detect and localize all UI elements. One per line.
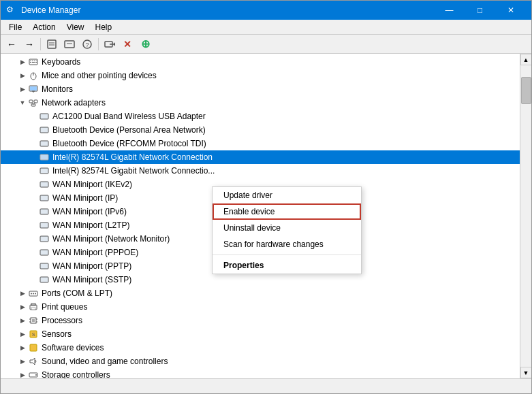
tree-processors[interactable]: ▶ Processors <box>1 314 520 327</box>
svg-rect-0 <box>48 40 56 48</box>
svg-rect-38 <box>40 236 48 242</box>
svg-rect-36 <box>40 209 48 214</box>
close-button[interactable]: ✕ <box>495 1 526 20</box>
status-bar <box>1 378 531 393</box>
svg-point-45 <box>35 293 36 295</box>
toolbar-add[interactable]: ⊕ <box>137 37 153 52</box>
expand-processors[interactable]: ▶ <box>17 315 28 326</box>
tree-view[interactable]: ▶ Keyboards ▶ Mice and other pointing de… <box>1 54 520 378</box>
tree-mice[interactable]: ▶ Mice and other pointing devices <box>1 69 520 82</box>
scrollbar-thumb[interactable] <box>521 77 531 104</box>
intel-2-label: Intel(R) 82574L Gigabit Network Connecti… <box>52 166 215 176</box>
expand-storage[interactable]: ▶ <box>17 370 28 378</box>
intel-2-icon <box>39 165 50 176</box>
title-bar-controls: — □ ✕ <box>434 1 526 20</box>
svg-text:?: ? <box>85 42 89 48</box>
menu-view[interactable]: View <box>61 21 90 33</box>
expand-sound[interactable]: ▶ <box>17 356 28 367</box>
title-bar: ⚙ Device Manager — □ ✕ <box>1 1 531 20</box>
svg-rect-57 <box>30 344 37 351</box>
wan-netmon-label: WAN Miniport (Network Monitor) <box>52 234 170 244</box>
toolbar-help[interactable]: ? <box>79 37 95 52</box>
context-update-driver[interactable]: Update driver <box>213 187 361 203</box>
tree-keyboards[interactable]: ▶ Keyboards <box>1 55 520 69</box>
toolbar-update[interactable] <box>61 37 78 52</box>
tree-ac1200[interactable]: ▶ AC1200 Dual Band Wireless USB Adapter <box>1 110 520 123</box>
tree-bt-pan[interactable]: ▶ Bluetooth Device (Personal Area Networ… <box>1 123 520 137</box>
wan-pptp-icon <box>39 261 50 272</box>
device-manager-window: ⚙ Device Manager — □ ✕ File Action View … <box>0 0 532 394</box>
toolbar-properties[interactable] <box>44 37 60 52</box>
tree-network[interactable]: ▼ Network adapters <box>1 96 520 110</box>
menu-action[interactable]: Action <box>27 21 61 33</box>
context-scan-hardware[interactable]: Scan for hardware changes <box>213 236 361 252</box>
toolbar-remove[interactable]: ✕ <box>119 37 136 52</box>
toolbar-scan[interactable] <box>101 37 118 52</box>
tree-intel-selected[interactable]: ▶ Intel(R) 82574L Gigabit Network Connec… <box>1 150 520 164</box>
expand-software-devices[interactable]: ▶ <box>17 342 28 353</box>
network-label: Network adapters <box>42 98 106 108</box>
wan-ip-label: WAN Miniport (IP) <box>52 193 118 203</box>
tree-storage[interactable]: ▶ Storage controllers <box>1 368 520 378</box>
svg-rect-21 <box>30 86 37 91</box>
software-devices-label: Software devices <box>42 343 104 352</box>
svg-rect-24 <box>29 100 33 103</box>
svg-rect-31 <box>40 141 48 146</box>
sound-label: Sound, video and game controllers <box>42 357 168 366</box>
expand-mice[interactable]: ▶ <box>17 70 28 81</box>
wan-ip-icon <box>39 193 50 203</box>
expand-sensors[interactable]: ▶ <box>17 329 28 340</box>
wan-pptp-label: WAN Miniport (PPTP) <box>52 261 131 271</box>
tree-monitors[interactable]: ▶ Monitors <box>1 82 520 96</box>
minimize-button[interactable]: — <box>434 1 465 20</box>
tree-print[interactable]: ▶ Print queues <box>1 300 520 314</box>
expand-print[interactable]: ▶ <box>17 301 28 312</box>
svg-rect-37 <box>40 223 48 228</box>
keyboards-label: Keyboards <box>42 57 80 67</box>
svg-rect-41 <box>40 277 48 282</box>
toolbar-back[interactable]: ← <box>3 37 20 52</box>
context-uninstall-device[interactable]: Uninstall device <box>213 220 361 236</box>
context-menu: Update driver Enable device Uninstall de… <box>212 186 362 274</box>
mice-icon <box>28 70 39 81</box>
print-icon <box>28 301 39 312</box>
storage-icon <box>28 370 39 378</box>
tree-intel-2[interactable]: ▶ Intel(R) 82574L Gigabit Network Connec… <box>1 164 520 178</box>
bt-pan-icon <box>39 125 50 135</box>
tree-wan-sstp[interactable]: ▶ WAN Miniport (SSTP) <box>1 273 520 286</box>
svg-rect-11 <box>30 61 31 61</box>
expand-network[interactable]: ▼ <box>17 97 28 108</box>
tree-software-devices[interactable]: ▶ Software devices <box>1 341 520 355</box>
expand-ports[interactable]: ▶ <box>17 288 28 299</box>
monitors-label: Monitors <box>42 84 73 94</box>
print-label: Print queues <box>42 302 87 312</box>
menu-help[interactable]: Help <box>90 21 118 33</box>
context-enable-device[interactable]: Enable device <box>213 203 361 220</box>
scrollbar-up[interactable]: ▲ <box>520 54 532 65</box>
scrollbar-down[interactable]: ▼ <box>520 367 532 378</box>
maximize-button[interactable]: □ <box>465 1 495 20</box>
context-properties[interactable]: Properties <box>213 257 361 274</box>
menu-file[interactable]: File <box>3 21 27 33</box>
ac1200-label: AC1200 Dual Band Wireless USB Adapter <box>52 112 206 121</box>
svg-rect-29 <box>40 114 48 119</box>
scrollbar[interactable]: ▲ ▼ <box>520 54 531 378</box>
mice-label: Mice and other pointing devices <box>42 71 157 80</box>
toolbar: ← → ? ✕ ⊕ <box>1 35 531 54</box>
tree-sensors[interactable]: ▶ S Sensors <box>1 327 520 341</box>
title-bar-left: ⚙ Device Manager <box>6 5 80 16</box>
bt-pan-label: Bluetooth Device (Personal Area Network) <box>52 125 206 135</box>
wan-sstp-label: WAN Miniport (SSTP) <box>52 275 131 284</box>
tree-sound[interactable]: ▶ Sound, video and game controllers <box>1 355 520 368</box>
expand-monitors[interactable]: ▶ <box>17 84 28 95</box>
svg-rect-33 <box>40 168 48 174</box>
expand-keyboards[interactable]: ▶ <box>17 56 28 67</box>
window-title: Device Manager <box>21 5 80 15</box>
tree-ports[interactable]: ▶ Ports (COM & LPT) <box>1 286 520 300</box>
toolbar-forward[interactable]: → <box>21 37 37 52</box>
intel-selected-label: Intel(R) 82574L Gigabit Network Connecti… <box>52 152 213 162</box>
ac1200-icon <box>39 111 50 122</box>
tree-bt-rfcomm[interactable]: ▶ Bluetooth Device (RFCOMM Protocol TDI) <box>1 137 520 150</box>
keyboards-icon <box>28 56 39 67</box>
monitors-icon <box>28 84 39 95</box>
